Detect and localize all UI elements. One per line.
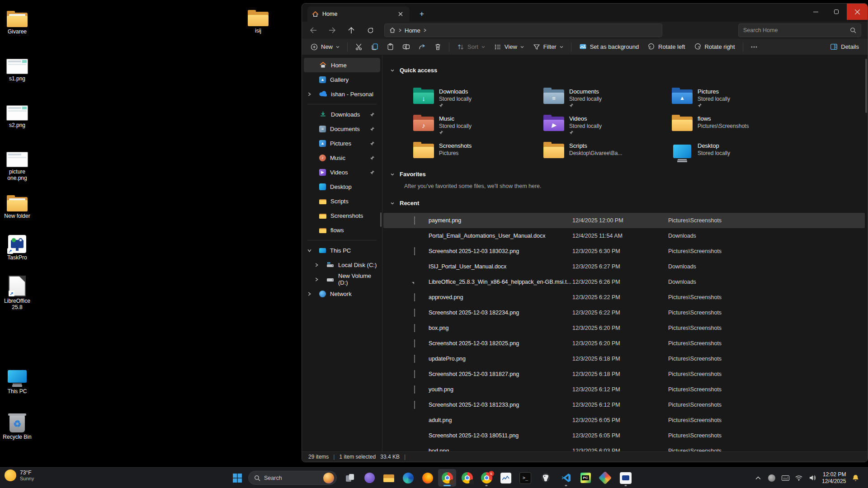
share-button[interactable] xyxy=(415,41,429,53)
taskbar-app-vscode[interactable] xyxy=(557,469,575,487)
sidebar-item-videos[interactable]: ▶ Videos xyxy=(304,165,380,179)
expand-chevron-icon[interactable] xyxy=(315,263,319,267)
sort-button[interactable]: Sort xyxy=(453,41,489,53)
address-breadcrumb[interactable]: Home xyxy=(384,23,662,37)
taskbar-app-loop[interactable] xyxy=(360,469,378,487)
set-as-background-button[interactable]: Set as background xyxy=(575,41,643,53)
sidebar-item-local-disk-c[interactable]: Local Disk (C:) xyxy=(304,258,380,272)
hidden-icons-chevron[interactable] xyxy=(751,470,765,486)
cut-button[interactable] xyxy=(351,41,366,53)
desktop-icon-this-pc[interactable]: This PC xyxy=(0,367,34,394)
file-row[interactable]: approved.png12/3/2025 6:22 PMPictures\Sc… xyxy=(383,290,865,305)
copy-button[interactable] xyxy=(367,41,382,53)
new-tab-button[interactable]: + xyxy=(416,8,428,20)
taskbar-app-task-manager[interactable] xyxy=(497,469,515,487)
start-button[interactable] xyxy=(228,469,246,487)
chevron-down-icon[interactable] xyxy=(391,69,394,72)
new-button[interactable]: New xyxy=(307,41,344,53)
file-row[interactable]: adult.png12/3/2025 6:05 PMPictures\Scree… xyxy=(383,413,865,428)
desktop-icon-s2[interactable]: s2.png xyxy=(0,101,34,128)
delete-button[interactable] xyxy=(430,41,445,53)
quick-access-card-downloads[interactable]: ↓ DownloadsStored locally xyxy=(410,87,533,110)
collapse-chevron-icon[interactable] xyxy=(307,249,311,253)
notification-bell-icon[interactable] xyxy=(849,470,862,486)
rotate-left-button[interactable]: Rotate left xyxy=(644,41,689,53)
expand-chevron-icon[interactable] xyxy=(307,292,311,296)
rotate-right-button[interactable]: Rotate right xyxy=(690,41,739,53)
desktop-icon-taskpro[interactable]: ↗ TaskPro xyxy=(0,233,34,261)
search-box[interactable]: Search Home xyxy=(738,23,861,37)
desktop-icon-recycle-bin[interactable]: ♻ Recycle Bin xyxy=(0,413,34,440)
sidebar-item-downloads[interactable]: Downloads xyxy=(304,107,380,122)
desktop-icon-s1[interactable]: s1.png xyxy=(0,54,34,82)
taskbar-app-file-explorer[interactable] xyxy=(380,469,398,487)
file-row[interactable]: Screenshot 2025-12-03 183032.png12/3/202… xyxy=(383,244,865,259)
weather-widget[interactable]: 73°F Sunny xyxy=(5,469,34,481)
desktop-icon-libreoffice[interactable]: ↗ LibreOffice 25.8 xyxy=(0,277,34,310)
up-button[interactable] xyxy=(344,23,359,37)
taskbar-app-chrome-3[interactable]: S xyxy=(477,469,495,487)
taskbar-search[interactable]: Search xyxy=(248,471,337,485)
desktop-icon-givaree[interactable]: Givaree xyxy=(0,7,34,35)
taskbar-app-drawio[interactable] xyxy=(596,469,614,487)
refresh-button[interactable] xyxy=(363,23,378,37)
section-favorites[interactable]: Favorites xyxy=(391,171,426,178)
taskbar-clock[interactable]: 12:02 PM 12/4/2025 xyxy=(819,471,849,485)
file-row[interactable]: youth.png12/3/2025 6:12 PMPictures\Scree… xyxy=(383,382,865,397)
taskbar-app-pycharm[interactable]: PC xyxy=(576,469,594,487)
sidebar-item-pictures[interactable]: ▲ Pictures xyxy=(304,136,380,150)
file-row[interactable]: Screenshot 2025-12-03 181827.png12/3/202… xyxy=(383,366,865,382)
taskbar-app-terminal[interactable]: >_ xyxy=(516,469,534,487)
sidebar-item-new-volume-d[interactable]: New Volume (D:) xyxy=(304,272,380,286)
taskbar-app-chrome-2[interactable] xyxy=(458,469,476,487)
minimize-button[interactable] xyxy=(805,4,826,20)
close-button[interactable] xyxy=(847,4,868,20)
tab-home[interactable]: Home xyxy=(307,6,410,22)
file-row[interactable]: ISIJ_Portal_User_Manual.docx12/3/2025 6:… xyxy=(383,259,865,274)
file-row[interactable]: updatePro.png12/3/2025 6:18 PMPictures\S… xyxy=(383,351,865,366)
desktop-icon-isij[interactable]: isij xyxy=(241,6,275,34)
taskbar-app-chrome-1[interactable] xyxy=(438,469,456,487)
expand-chevron-icon[interactable] xyxy=(307,92,311,96)
taskbar-app-edge[interactable] xyxy=(399,469,417,487)
taskbar-app-task-view[interactable] xyxy=(341,469,359,487)
chevron-down-icon[interactable] xyxy=(391,173,394,176)
filter-button[interactable]: Filter xyxy=(529,41,567,53)
file-row[interactable]: Portal_Email_Automations_User_Manual.doc… xyxy=(383,228,865,244)
quick-access-card-pictures[interactable]: ▲ PicturesStored locally xyxy=(669,87,792,110)
sidebar-item-screenshots[interactable]: Screenshots xyxy=(304,208,380,223)
file-row[interactable]: Screenshot 2025-12-03 182025.png12/3/202… xyxy=(383,336,865,351)
file-row[interactable]: box.png12/3/2025 6:20 PMPictures\Screens… xyxy=(383,320,865,336)
file-row[interactable]: payment.png12/4/2025 12:00 PMPictures\Sc… xyxy=(383,213,865,228)
sidebar-item-scripts[interactable]: Scripts xyxy=(304,194,380,208)
breadcrumb-home[interactable]: Home xyxy=(405,27,420,34)
desktop-icon-picture-one[interactable]: picture one.png xyxy=(0,147,34,181)
view-button[interactable]: View xyxy=(490,41,528,53)
file-row[interactable]: Screenshot 2025-12-03 182234.png12/3/202… xyxy=(383,305,865,320)
quick-access-card-scripts[interactable]: ScriptsDesktop\Givaree\Ba... xyxy=(541,141,664,164)
sidebar-item-music[interactable]: ♪ Music xyxy=(304,150,380,165)
quick-access-card-music[interactable]: ♪ MusicStored locally xyxy=(410,114,533,137)
more-options-button[interactable] xyxy=(747,41,761,53)
tab-close-icon[interactable] xyxy=(396,9,405,19)
quick-access-card-desktop[interactable]: DesktopStored locally xyxy=(669,141,792,164)
taskbar-app-postgresql[interactable] xyxy=(537,469,555,487)
file-row[interactable]: bod.png12/3/2025 6:03 PMPictures\Screens… xyxy=(383,443,865,452)
sidebar-scrollbar[interactable] xyxy=(380,212,382,227)
sidebar-item-flows[interactable]: flows xyxy=(304,223,380,237)
sidebar-item-network[interactable]: Network xyxy=(304,286,380,301)
quick-access-card-screenshots[interactable]: ScreenshotsPictures xyxy=(410,141,533,164)
quick-access-card-flows[interactable]: flowsPictures\Screenshots xyxy=(669,114,792,137)
sidebar-item-desktop[interactable]: Desktop xyxy=(304,179,380,194)
touch-keyboard-icon[interactable] xyxy=(778,470,792,486)
taskbar-app-firefox[interactable] xyxy=(419,469,437,487)
paste-button[interactable] xyxy=(383,41,398,53)
section-recent[interactable]: Recent xyxy=(391,200,419,206)
file-row[interactable]: Screenshot 2025-12-03 181233.png12/3/202… xyxy=(383,397,865,413)
file-row[interactable]: LibreOffice_25.8.3_Win_x86-64_helppack_e… xyxy=(383,274,865,290)
rename-button[interactable] xyxy=(399,41,414,53)
maximize-button[interactable] xyxy=(826,4,847,20)
desktop-icon-new-folder[interactable]: New folder xyxy=(0,192,34,219)
expand-chevron-icon[interactable] xyxy=(315,277,319,282)
quick-access-card-documents[interactable]: ≡ DocumentsStored locally xyxy=(541,87,664,110)
